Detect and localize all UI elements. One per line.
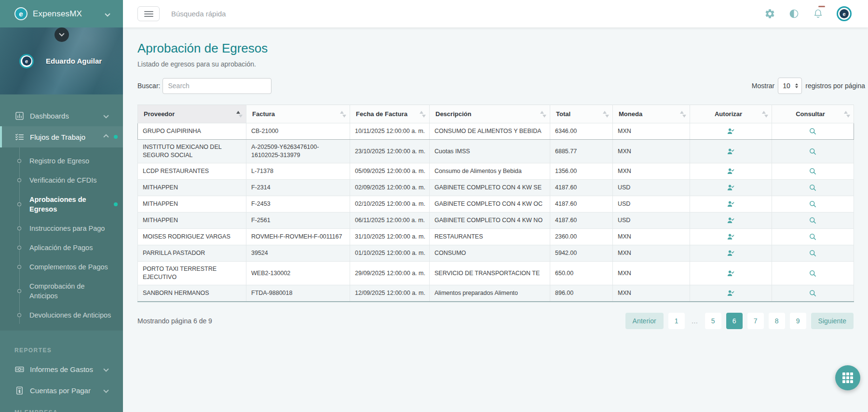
sidebar-subitem[interactable]: Devoluciones de Anticipos xyxy=(0,306,123,325)
user-check-icon[interactable] xyxy=(726,289,735,298)
cell-proveedor: INSTITUTO MEXICANO DEL SEGURO SOCIAL xyxy=(138,140,246,163)
table-row[interactable]: MITHAPPEN F-2561 06/11/2025 12:00:00 a. … xyxy=(138,213,854,229)
user-check-icon[interactable] xyxy=(726,216,735,225)
page-size-select[interactable]: 10 xyxy=(778,78,802,94)
previous-page-button[interactable]: Anterior xyxy=(625,313,664,329)
column-header-fecha-de-factura[interactable]: Fecha de Factura xyxy=(350,105,430,123)
account-avatar[interactable]: e xyxy=(837,6,852,21)
user-check-icon[interactable] xyxy=(726,147,735,156)
user-check-icon[interactable] xyxy=(726,199,735,209)
user-check-icon[interactable] xyxy=(726,167,735,176)
magnifier-icon[interactable] xyxy=(808,249,817,258)
sidebar-subitem[interactable]: Registro de Egreso xyxy=(0,151,123,171)
brand-header[interactable]: e ExpensesMX xyxy=(0,0,123,27)
quick-search-input[interactable] xyxy=(171,10,326,18)
hamburger-menu-button[interactable] xyxy=(137,6,160,21)
user-check-icon[interactable] xyxy=(726,183,735,192)
cell-total: 4187.60 xyxy=(550,180,613,196)
column-header-total[interactable]: Total xyxy=(550,105,613,123)
user-check-icon[interactable] xyxy=(726,232,735,241)
sidebar-subitem-label: Comprobación de Anticipos xyxy=(29,281,84,301)
cell-fecha-de-factura: 29/09/2025 12:00:00 a. m. xyxy=(350,262,430,285)
magnifier-icon[interactable] xyxy=(808,289,817,298)
user-check-icon[interactable] xyxy=(726,249,735,258)
table-row[interactable]: MITHAPPEN F-2453 02/10/2025 12:00:00 a. … xyxy=(138,196,854,213)
cell-factura: F-2561 xyxy=(246,213,350,229)
cell-descripcion: GABINETE COMPLETO CON 4 KW SE xyxy=(430,180,550,196)
column-header-factura[interactable]: Factura xyxy=(246,105,350,123)
cell-fecha-de-factura: 31/10/2025 12:00:00 a. m. xyxy=(350,229,430,245)
bullet-icon xyxy=(17,313,21,317)
flujos-submenu: Registro de Egreso Verificación de CFDIs… xyxy=(0,147,123,331)
magnifier-icon[interactable] xyxy=(808,269,817,278)
active-indicator-dot xyxy=(114,135,118,139)
sidebar-subitem-label: Registro de Egreso xyxy=(29,156,89,166)
topbar-actions: e xyxy=(764,6,852,21)
page-number-button[interactable]: 1 xyxy=(668,313,685,329)
cell-moneda: MXN xyxy=(613,123,690,140)
column-header-autorizar[interactable]: Autorizar xyxy=(690,105,772,123)
magnifier-icon[interactable] xyxy=(808,232,817,241)
page-number-button[interactable]: 7 xyxy=(747,313,764,329)
sidebar-item-dashboards[interactable]: Dashboards xyxy=(0,105,123,126)
magnifier-icon[interactable] xyxy=(808,127,817,136)
magnifier-icon[interactable] xyxy=(808,147,817,156)
magnifier-icon[interactable] xyxy=(808,216,817,225)
table-row[interactable]: INSTITUTO MEXICANO DEL SEGURO SOCIAL A-2… xyxy=(138,140,854,163)
apps-grid-fab-button[interactable] xyxy=(835,365,860,390)
column-header-consultar[interactable]: Consultar xyxy=(772,105,854,123)
magnifier-icon[interactable] xyxy=(808,183,817,192)
sidebar-subitem[interactable]: Aplicación de Pagos xyxy=(0,238,123,257)
user-name: Eduardo Aguilar xyxy=(46,57,102,65)
sidebar-subitem[interactable]: Instrucciones para Pago xyxy=(0,219,123,238)
expenses-table: Proveedor Factura Fecha de Factura Descr… xyxy=(137,105,854,302)
notifications-bell-icon[interactable] xyxy=(813,8,824,19)
table-search-input[interactable] xyxy=(163,78,271,94)
page-number-button[interactable]: 5 xyxy=(705,313,721,329)
sidebar-subitem[interactable]: Comprobación de Anticipos xyxy=(0,277,123,306)
cell-moneda: MXN xyxy=(613,262,690,285)
user-check-icon[interactable] xyxy=(726,127,735,136)
theme-contrast-icon[interactable] xyxy=(788,8,800,19)
column-label: Fecha de Factura xyxy=(356,110,407,118)
table-row[interactable]: PORTO TAXI TERRESTRE EJECUTIVO WEB2-1300… xyxy=(138,262,854,285)
column-header-descripcion[interactable]: Descripción xyxy=(430,105,550,123)
sidebar-item-flujos-de-trabajo[interactable]: Flujos de Trabajo xyxy=(0,126,123,147)
page-subtitle: Listado de egresos para su aprobación. xyxy=(137,60,854,68)
sidebar-item-cuentas-por-pagar[interactable]: Cuentas por Pagar xyxy=(0,380,123,401)
column-label: Total xyxy=(556,110,570,118)
table-row[interactable]: MITHAPPEN F-2314 02/09/2025 12:00:00 a. … xyxy=(138,180,854,196)
table-row[interactable]: LCDP RESTAURANTES L-71378 05/09/2025 12:… xyxy=(138,163,854,180)
brand-chevron-down-icon[interactable] xyxy=(105,11,110,16)
page-number-button[interactable]: 8 xyxy=(769,313,785,329)
sidebar-subitem[interactable]: Complementos de Pagos xyxy=(0,257,123,277)
cell-proveedor: PORTO TAXI TERRESTRE EJECUTIVO xyxy=(138,262,246,285)
cell-proveedor: MITHAPPEN xyxy=(138,196,246,213)
cell-proveedor: MITHAPPEN xyxy=(138,180,246,196)
page-number-button[interactable]: 6 xyxy=(726,313,743,329)
cell-consultar xyxy=(772,245,854,262)
profile-row[interactable]: e Eduardo Aguilar xyxy=(19,54,102,68)
cell-factura: F-2453 xyxy=(246,196,350,213)
sidebar-subitem[interactable]: Aprobaciones de Egresos xyxy=(0,190,123,219)
table-row[interactable]: SANBORN HERMANOS FTDA-9880018 12/09/2025… xyxy=(138,285,854,302)
column-header-proveedor[interactable]: Proveedor xyxy=(138,105,246,123)
sidebar-subitem-label: Aprobaciones de Egresos xyxy=(29,195,113,214)
user-check-icon[interactable] xyxy=(726,269,735,278)
table-row[interactable]: MOISES RODRIGUEZ VARGAS ROVMEH-F-ROVMEH-… xyxy=(138,229,854,245)
cell-fecha-de-factura: 10/11/2025 12:00:00 a. m. xyxy=(350,123,430,140)
sidebar-subitem[interactable]: Verificación de CFDIs xyxy=(0,171,123,190)
magnifier-icon[interactable] xyxy=(808,167,817,176)
sidebar-item-informes-de-gastos[interactable]: Informes de Gastos xyxy=(0,359,123,380)
table-row[interactable]: GRUPO CAIPIRINHA CB-21000 10/11/2025 12:… xyxy=(138,123,854,140)
sidebar-collapse-button[interactable] xyxy=(54,27,69,42)
table-row[interactable]: PARRILLA PASTADOR 39524 01/10/2025 12:00… xyxy=(138,245,854,262)
next-page-button[interactable]: Siguiente xyxy=(811,313,854,329)
cell-factura: CB-21000 xyxy=(246,123,350,140)
settings-gear-icon[interactable] xyxy=(764,8,775,19)
cell-moneda: MXN xyxy=(613,163,690,180)
grid-icon xyxy=(842,372,853,383)
column-header-moneda[interactable]: Moneda xyxy=(613,105,690,123)
magnifier-icon[interactable] xyxy=(808,199,817,209)
page-number-button[interactable]: 9 xyxy=(790,313,806,329)
